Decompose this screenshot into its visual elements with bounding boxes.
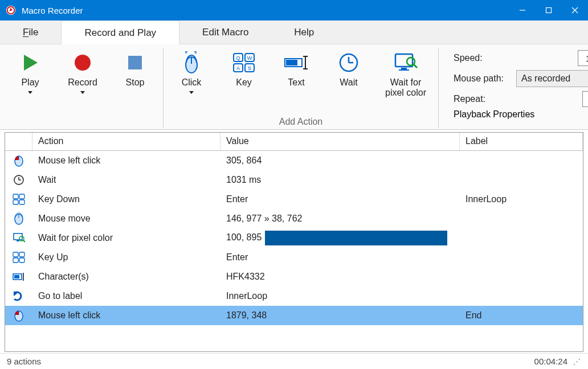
cell-action: Mouse left click [32,153,220,168]
play-icon [21,51,40,74]
svg-text:Q: Q [236,55,240,61]
mousepath-combo[interactable]: As recorded [516,70,588,87]
ribbon: Play Record Stop Click QWAS [0,44,588,130]
group-label-playback: Playback Properties [454,109,588,120]
maximize-button[interactable] [536,0,562,20]
titlebar: Macro Recorder [0,0,588,20]
table-row[interactable]: Mouse left click305, 864 [5,151,583,170]
grid-header: Action Value Label [5,133,583,151]
text-icon [5,270,32,284]
cell-label [460,274,583,279]
cell-value: 146, 977 » 38, 762 [220,211,460,226]
cell-value: 100, 895 [220,228,460,248]
tab-help[interactable]: Help [271,20,337,44]
table-row[interactable]: Key DownEnterInnerLoop [5,190,583,209]
chevron-down-icon [80,91,85,94]
table-row[interactable]: Wait1031 ms [5,170,583,190]
cell-label [460,178,583,182]
table-row[interactable]: Go to labelInnerLoop [5,286,583,306]
cell-label [460,236,583,240]
tab-record-and-play[interactable]: Record and Play [61,20,179,44]
cell-action: Mouse move [32,211,220,226]
wait-pixel-button[interactable]: Wait for pixel color [381,51,430,99]
text-button[interactable]: Text [276,51,316,88]
svg-rect-40 [13,200,18,204]
action-grid[interactable]: Action Value Label Mouse left click305, … [5,132,583,352]
pixel-icon [5,230,32,246]
wait-button[interactable]: Wait [329,51,369,88]
speed-input[interactable] [578,50,588,66]
status-time: 00:04:24 [534,356,567,366]
mousepath-label: Mouse path: [454,73,516,84]
cell-action: Character(s) [32,269,220,284]
text-icon [284,51,309,74]
group-label-add-action: Add Action [172,117,430,128]
window-title: Macro Recorder [22,6,509,15]
tabstrip: File Record and Play Edit Macro Help [0,20,588,44]
table-row[interactable]: Mouse move146, 977 » 38, 762 [5,209,583,228]
svg-rect-39 [19,194,24,199]
close-button[interactable] [562,0,588,20]
cell-label [460,255,583,260]
cell-value: Enter [220,250,460,265]
group-playback-properties: Speed: Mouse path: As recorded Repeat: P… [439,48,588,128]
svg-rect-51 [19,258,24,263]
clock-icon [338,51,359,74]
cell-label: InnerLoop [460,192,583,207]
table-row[interactable]: Character(s)HFK4332 [5,267,583,286]
cell-value: 1879, 348 [220,308,460,323]
svg-rect-50 [13,258,18,263]
cell-value: 1031 ms [220,173,460,187]
cell-action: Mouse left click [32,308,220,323]
svg-text:W: W [247,55,252,61]
svg-rect-29 [401,68,407,69]
svg-rect-53 [14,275,19,278]
cell-label: End [460,308,583,323]
tab-edit-macro[interactable]: Edit Macro [179,20,271,44]
play-button[interactable]: Play [10,51,50,94]
goto-icon [5,289,32,304]
cell-label [460,216,583,221]
record-button[interactable]: Record [63,51,103,94]
table-row[interactable]: Key UpEnter [5,248,583,267]
record-icon [73,51,92,74]
svg-rect-8 [128,56,142,69]
stop-icon [126,51,144,74]
table-row[interactable]: Mouse left click1879, 348End [5,306,583,325]
click-button[interactable]: Click [172,51,211,94]
cell-value: 305, 864 [220,153,460,168]
keyboard-icon: QWAS [232,51,255,74]
cell-value: HFK4332 [220,269,460,284]
group-add-action: Click QWAS Key Text Wait Wait for pixel … [164,48,439,128]
svg-marker-6 [24,55,38,71]
resize-grip[interactable]: ⋰ [573,357,581,366]
svg-text:A: A [236,65,240,71]
svg-rect-21 [286,60,297,65]
color-swatch [265,231,447,245]
clock-icon [5,172,32,188]
svg-rect-48 [13,252,18,257]
minimize-button[interactable] [509,0,536,20]
cell-action: Go to label [32,289,220,304]
svg-rect-49 [19,252,24,257]
cell-label [460,158,583,163]
tab-file[interactable]: File [0,20,61,44]
svg-line-32 [414,64,417,68]
keys-icon [5,191,32,207]
column-value[interactable]: Value [220,133,460,150]
svg-rect-30 [399,69,409,71]
repeat-input[interactable] [582,91,588,107]
svg-line-47 [23,240,25,242]
column-label[interactable]: Label [460,133,583,150]
column-action[interactable]: Action [32,133,220,150]
svg-point-7 [75,55,91,71]
mouse-icon [182,51,201,74]
svg-rect-38 [13,194,18,199]
key-button[interactable]: QWAS Key [224,51,264,88]
app-icon [6,5,16,15]
svg-rect-41 [19,200,24,204]
stop-button[interactable]: Stop [115,51,155,88]
chevron-down-icon [28,91,32,94]
table-row[interactable]: Wait for pixel color100, 895 [5,228,583,248]
chevron-down-icon [189,91,194,94]
